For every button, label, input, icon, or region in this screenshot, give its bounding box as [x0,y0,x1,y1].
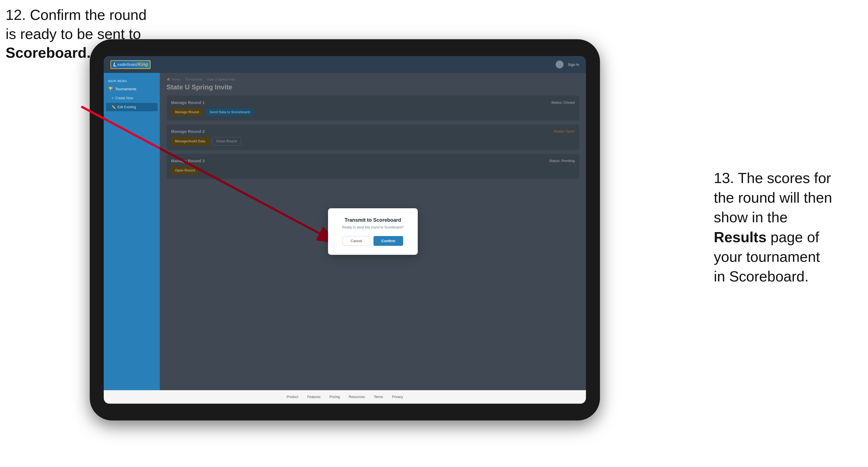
footer-link-product[interactable]: Product [287,395,298,399]
modal-overlay: Transmit to Scoreboard Ready to send thi… [160,73,586,390]
top-nav: L eaderboard King Sign In [104,56,586,73]
footer-link-resources[interactable]: Resources [349,395,365,399]
annotation-line3: Scoreboard. [6,44,91,61]
sidebar: MAIN MENU 🏆 Tournaments + Create New ✏️ … [104,73,160,390]
modal-confirm-button[interactable]: Confirm [373,236,403,246]
sign-in-button[interactable]: Sign In [568,63,579,67]
modal-cancel-button[interactable]: Cancel [343,236,370,246]
logo-eaderboard: eaderboard [117,62,137,67]
sidebar-tournaments-label: Tournaments [115,87,136,91]
sidebar-section-label: MAIN MENU [104,77,160,84]
modal-title: Transmit to Scoreboard [338,217,408,223]
avatar-icon [556,61,563,68]
sidebar-edit-existing-label: Edit Existing [118,105,136,109]
edit-icon: ✏️ [112,105,116,109]
modal-subtitle: Ready to send this round to Scoreboard? [338,225,408,229]
annotation-line2: is ready to be sent to [6,26,141,42]
sidebar-item-edit-existing[interactable]: ✏️ Edit Existing [106,103,158,111]
footer-link-features[interactable]: Features [307,395,320,399]
nav-right: Sign In [556,61,579,68]
footer-link-pricing[interactable]: Pricing [330,395,340,399]
sidebar-create-new-label: Create New [115,96,133,100]
logo-king: King [138,62,148,67]
modal-buttons: Cancel Confirm [338,236,408,246]
content-area: 🏠 Home › Tournaments › State U Spring In… [160,73,586,390]
footer-link-privacy[interactable]: Privacy [392,395,403,399]
annotation-line1: 12. Confirm the round [6,7,147,23]
transmit-modal: Transmit to Scoreboard Ready to send thi… [328,208,418,255]
sidebar-item-create-new[interactable]: + Create New [104,94,160,102]
annotation-top: 12. Confirm the round is ready to be sen… [6,6,147,63]
screen-footer: Product Features Pricing Resources Terms… [104,390,586,404]
tablet-device: L eaderboard King Sign In MAIN MENU 🏆 To… [90,39,600,421]
main-layout: MAIN MENU 🏆 Tournaments + Create New ✏️ … [104,73,586,390]
tablet-screen: L eaderboard King Sign In MAIN MENU 🏆 To… [104,56,586,404]
annotation-right-text: 13. The scores for the round will then s… [714,170,832,284]
trophy-icon: 🏆 [108,87,113,91]
annotation-right: 13. The scores for the round will then s… [714,168,860,286]
sign-in-label: Sign In [568,63,579,67]
plus-icon: + [112,96,114,100]
footer-link-terms[interactable]: Terms [374,395,383,399]
sidebar-item-tournaments[interactable]: 🏆 Tournaments [104,84,160,94]
